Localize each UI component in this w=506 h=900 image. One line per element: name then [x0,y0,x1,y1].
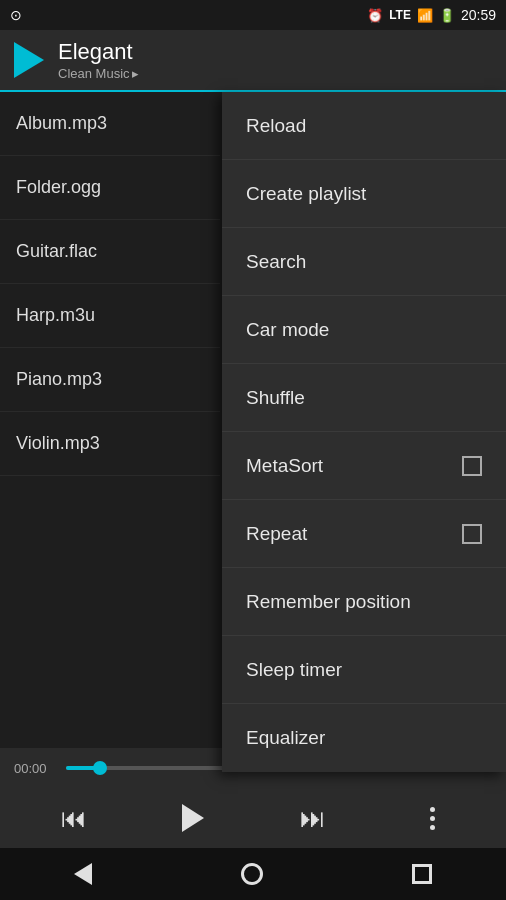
file-list-item[interactable]: Harp.m3u [0,284,220,348]
controls-section [0,788,506,848]
file-list-panel: Album.mp3Folder.oggGuitar.flacHarp.m3uPi… [0,92,222,748]
header-arrow-icon: ▸ [132,66,139,81]
menu-item-checkbox[interactable] [462,456,482,476]
skip-next-icon [300,803,326,834]
menu-item-shuffle[interactable]: Shuffle [222,364,506,432]
menu-item-remember-position[interactable]: Remember position [222,568,506,636]
menu-item-label: MetaSort [246,455,323,477]
menu-item-label: Search [246,251,306,273]
menu-item-car-mode[interactable]: Car mode [222,296,506,364]
alarm-icon: ⏰ [367,8,383,23]
app-header: Elegant Clean Music ▸ [0,30,506,92]
skip-next-button[interactable] [291,796,335,840]
file-list-item[interactable]: Piano.mp3 [0,348,220,412]
play-triangle-icon [14,42,44,78]
notification-icon: ⊙ [10,7,22,23]
file-list: Album.mp3Folder.oggGuitar.flacHarp.m3uPi… [0,92,220,476]
nav-back-button[interactable] [74,863,92,885]
current-time: 00:00 [14,761,54,776]
menu-item-label: Sleep timer [246,659,342,681]
menu-item-create-playlist[interactable]: Create playlist [222,160,506,228]
skip-previous-button[interactable] [52,796,96,840]
play-icon [182,804,204,832]
play-button[interactable] [171,796,215,840]
status-bar: ⊙ ⏰ LTE 📶 🔋 20:59 [0,0,506,30]
menu-item-checkbox[interactable] [462,524,482,544]
app-subtitle: Clean Music [58,66,130,81]
menu-item-label: Create playlist [246,183,366,205]
recents-icon [412,864,432,884]
dropdown-menu: ReloadCreate playlistSearchCar modeShuff… [222,92,506,772]
back-icon [74,863,92,885]
signal-icon: 📶 [417,8,433,23]
file-list-item[interactable]: Album.mp3 [0,92,220,156]
more-options-button[interactable] [410,796,454,840]
menu-item-search[interactable]: Search [222,228,506,296]
menu-item-label: Repeat [246,523,307,545]
home-icon [241,863,263,885]
menu-item-reload[interactable]: Reload [222,92,506,160]
status-right-icons: ⏰ LTE 📶 🔋 20:59 [367,7,496,23]
progress-thumb[interactable] [93,761,107,775]
navigation-bar [0,848,506,900]
menu-item-label: Reload [246,115,306,137]
menu-item-sleep-timer[interactable]: Sleep timer [222,636,506,704]
header-text: Elegant Clean Music ▸ [58,39,139,80]
menu-item-label: Car mode [246,319,329,341]
menu-item-metasort[interactable]: MetaSort [222,432,506,500]
status-left-icons: ⊙ [10,7,22,23]
status-time: 20:59 [461,7,496,23]
menu-item-label: Remember position [246,591,411,613]
menu-item-equalizer[interactable]: Equalizer [222,704,506,772]
menu-item-label: Shuffle [246,387,305,409]
file-list-item[interactable]: Folder.ogg [0,156,220,220]
file-list-item[interactable]: Violin.mp3 [0,412,220,476]
file-list-item[interactable]: Guitar.flac [0,220,220,284]
nav-home-button[interactable] [241,863,263,885]
nav-recents-button[interactable] [412,864,432,884]
menu-item-label: Equalizer [246,727,325,749]
battery-icon: 🔋 [439,8,455,23]
app-title: Elegant [58,39,139,65]
menu-item-repeat[interactable]: Repeat [222,500,506,568]
skip-prev-icon [61,803,87,834]
more-dots-icon [430,807,435,830]
lte-icon: LTE [389,8,411,22]
